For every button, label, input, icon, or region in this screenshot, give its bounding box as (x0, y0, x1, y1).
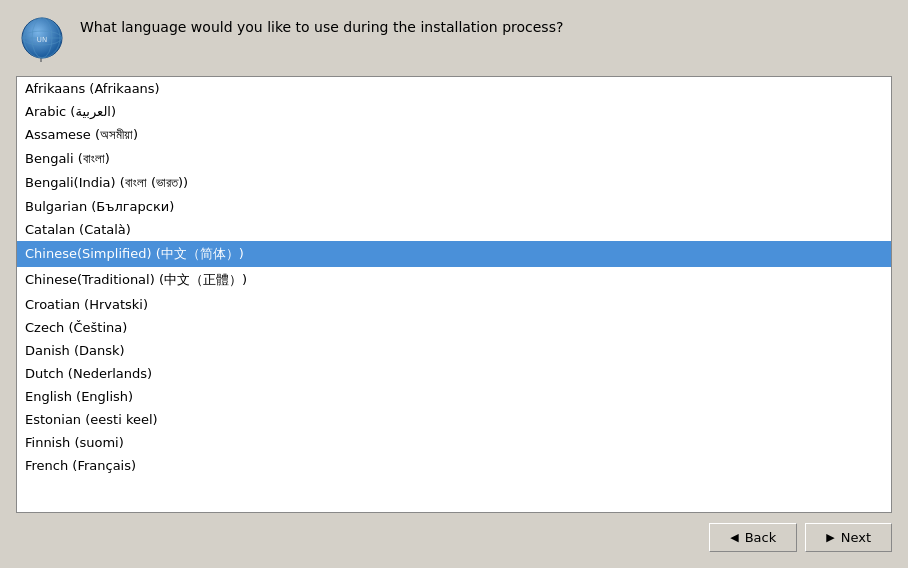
list-item[interactable]: Bulgarian (Български) (17, 195, 891, 218)
list-item[interactable]: French (Français) (17, 454, 891, 477)
next-button[interactable]: ▶ Next (805, 523, 892, 552)
list-item[interactable]: Arabic (العربية) (17, 100, 891, 123)
list-item[interactable]: Finnish (suomi) (17, 431, 891, 454)
main-container: UN What language would you like to use d… (0, 0, 908, 568)
list-item[interactable]: Assamese (অসমীয়া) (17, 123, 891, 147)
next-icon: ▶ (826, 531, 834, 544)
svg-text:UN: UN (37, 36, 47, 44)
footer: ◀ Back ▶ Next (0, 513, 908, 568)
list-item[interactable]: Chinese(Traditional) (中文（正體）) (17, 267, 891, 293)
header: UN What language would you like to use d… (0, 0, 908, 76)
list-item[interactable]: Afrikaans (Afrikaans) (17, 77, 891, 100)
list-item[interactable]: Catalan (Català) (17, 218, 891, 241)
language-list[interactable]: Afrikaans (Afrikaans)Arabic (العربية)Ass… (17, 77, 891, 512)
list-item[interactable]: Bengali(India) (বাংলা (ভারত)) (17, 171, 891, 195)
header-question: What language would you like to use duri… (80, 14, 563, 38)
list-item[interactable]: Croatian (Hrvatski) (17, 293, 891, 316)
list-item[interactable]: Czech (Čeština) (17, 316, 891, 339)
list-item[interactable]: Dutch (Nederlands) (17, 362, 891, 385)
back-icon: ◀ (730, 531, 738, 544)
list-item[interactable]: Chinese(Simplified) (中文（简体）) (17, 241, 891, 267)
list-item[interactable]: Estonian (eesti keel) (17, 408, 891, 431)
back-label: Back (745, 530, 777, 545)
globe-icon: UN (16, 14, 68, 66)
list-item[interactable]: Danish (Dansk) (17, 339, 891, 362)
list-item[interactable]: English (English) (17, 385, 891, 408)
language-list-container: Afrikaans (Afrikaans)Arabic (العربية)Ass… (16, 76, 892, 513)
list-item[interactable]: Bengali (বাংলা) (17, 147, 891, 171)
next-label: Next (841, 530, 871, 545)
back-button[interactable]: ◀ Back (709, 523, 797, 552)
content-area: Afrikaans (Afrikaans)Arabic (العربية)Ass… (0, 76, 908, 513)
